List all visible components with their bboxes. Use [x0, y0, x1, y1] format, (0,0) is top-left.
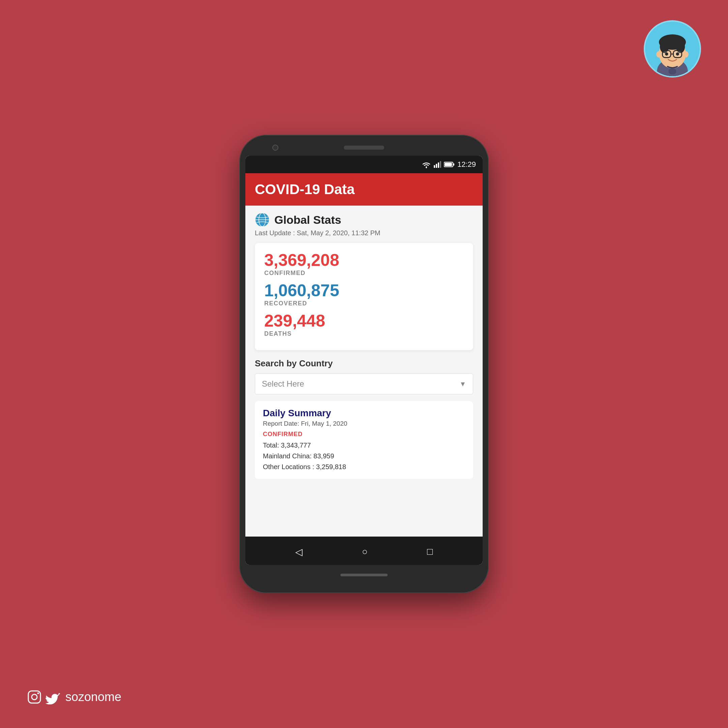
recent-apps-button[interactable]: □	[427, 546, 433, 557]
phone-speaker	[344, 145, 384, 150]
phone-bottom-bar	[245, 565, 483, 585]
status-bar: 12:29	[245, 156, 483, 173]
home-button[interactable]: ○	[362, 546, 368, 557]
phone-screen: 12:29 COVID-19 Data	[245, 156, 483, 565]
instagram-icon[interactable]	[27, 690, 42, 704]
last-update: Last Update : Sat, May 2, 2020, 11:32 PM	[255, 229, 473, 237]
app-header: COVID-19 Data	[245, 173, 483, 206]
svg-point-15	[676, 52, 679, 56]
svg-rect-22	[436, 164, 437, 168]
daily-summary-card: Daily Summary Report Date: Fri, May 1, 2…	[255, 401, 473, 479]
search-section: Search by Country Select Here ▼	[255, 358, 473, 394]
svg-point-19	[37, 693, 39, 694]
svg-point-8	[683, 51, 688, 58]
battery-icon	[444, 161, 455, 168]
social-icons	[27, 690, 60, 704]
phone-top-bar	[245, 141, 483, 154]
chevron-down-icon: ▼	[459, 380, 466, 388]
deaths-label: DEATHS	[264, 330, 464, 337]
globe-icon	[255, 213, 270, 227]
phone-device: 12:29 COVID-19 Data	[239, 135, 489, 593]
confirmed-number: 3,369,208	[264, 251, 464, 270]
daily-confirmed-label: CONFIRMED	[263, 431, 465, 438]
other-locations: Other Locations : 3,259,818	[263, 461, 465, 472]
svg-rect-21	[434, 165, 435, 168]
svg-rect-23	[438, 162, 439, 168]
confirmed-label: CONFIRMED	[264, 270, 464, 277]
phone-camera	[272, 145, 278, 151]
svg-point-7	[656, 51, 661, 58]
svg-point-14	[665, 52, 668, 56]
select-placeholder: Select Here	[262, 379, 304, 388]
global-stats-title: Global Stats	[274, 213, 341, 226]
avatar	[644, 20, 701, 78]
report-date: Report Date: Fri, May 1, 2020	[263, 420, 465, 427]
recovered-label: RECOVERED	[264, 300, 464, 307]
mainland-china: Mainland China: 83,959	[263, 451, 465, 461]
daily-total: Total: 3,343,777	[263, 440, 465, 451]
svg-point-18	[32, 694, 37, 700]
home-indicator	[340, 574, 388, 577]
country-select-dropdown[interactable]: Select Here ▼	[255, 373, 473, 394]
twitter-icon[interactable]	[45, 690, 60, 704]
daily-summary-title: Daily Summary	[263, 408, 465, 419]
phone-nav-bar: ◁ ○ □	[245, 537, 483, 565]
deaths-number: 239,448	[264, 312, 464, 330]
signal-icon	[434, 161, 441, 168]
back-button[interactable]: ◁	[295, 546, 303, 557]
search-title: Search by Country	[255, 358, 473, 369]
app-body: Global Stats Last Update : Sat, May 2, 2…	[245, 206, 483, 537]
global-stats-header: Global Stats	[255, 213, 473, 227]
svg-rect-24	[440, 161, 441, 168]
social-username: sozonome	[66, 690, 121, 704]
recovered-number: 1,060,875	[264, 281, 464, 300]
status-time: 12:29	[457, 160, 476, 169]
svg-point-20	[426, 167, 427, 168]
app-title: COVID-19 Data	[255, 181, 473, 197]
svg-rect-26	[453, 164, 454, 165]
stats-card: 3,369,208 CONFIRMED 1,060,875 RECOVERED …	[255, 243, 473, 350]
status-icons: 12:29	[422, 160, 476, 169]
social-bar: sozonome	[27, 690, 121, 704]
phone-outer: 12:29 COVID-19 Data	[239, 135, 489, 593]
wifi-icon	[422, 161, 431, 168]
svg-point-16	[669, 68, 676, 75]
svg-rect-27	[445, 163, 452, 166]
